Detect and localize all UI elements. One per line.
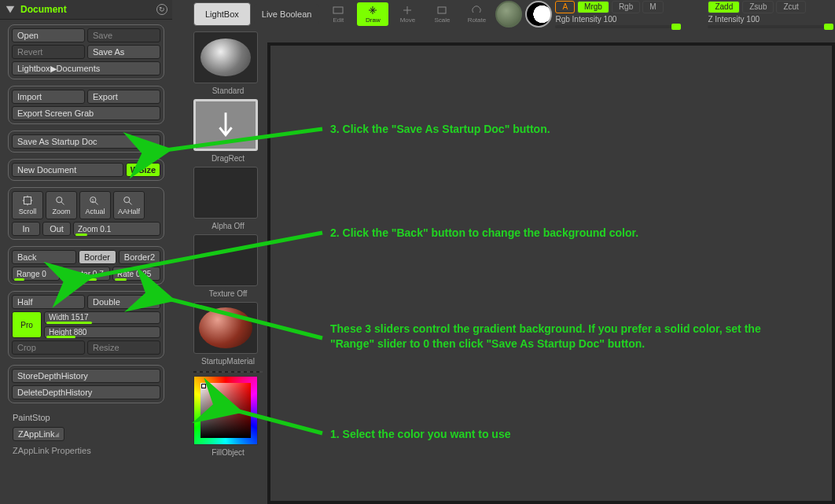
brush-label: Standard	[193, 85, 263, 97]
stroke-label: DragRect	[193, 153, 263, 165]
m-mode[interactable]: M	[642, 1, 663, 13]
svg-line-7	[129, 202, 132, 205]
store-depth-button[interactable]: StoreDepthHistory	[12, 369, 160, 383]
edit-tool[interactable]: Edit	[322, 2, 354, 26]
delete-depth-button[interactable]: DeleteDepthHistory	[12, 385, 160, 399]
rgb-intensity-slider[interactable]: Rgb Intensity 100	[555, 15, 681, 28]
width-label: Width 1517	[49, 313, 89, 322]
a-mode[interactable]: A	[555, 1, 575, 13]
draw-tool[interactable]: Draw	[357, 2, 388, 26]
zapplink-button[interactable]: ZAppLink ◢	[13, 427, 64, 441]
border-button[interactable]: Border	[79, 250, 116, 264]
svg-point-6	[124, 197, 130, 203]
zoom-slider[interactable]: Zoom 0.1	[73, 222, 160, 236]
zapplink-props-heading[interactable]: ZAppLink Properties	[0, 443, 172, 458]
collapse-icon[interactable]: ↻	[156, 4, 167, 15]
brush-thumb[interactable]	[193, 31, 258, 83]
rail-separator	[193, 371, 263, 373]
svg-rect-8	[333, 7, 343, 13]
svg-line-2	[61, 202, 64, 205]
zcut-mode[interactable]: Zcut	[776, 1, 805, 13]
depth-group: StoreDepthHistory DeleteDepthHistory	[8, 365, 164, 403]
app-icon	[5, 4, 16, 15]
rgb-mode[interactable]: Rgb	[612, 1, 640, 13]
aahalf-label: AAHalf	[118, 208, 140, 215]
import-button[interactable]: Import	[12, 90, 85, 104]
pro-swatch[interactable]: Pro	[12, 311, 42, 338]
save-as-startup-doc-button[interactable]: Save As Startup Doc	[12, 134, 160, 149]
actual-button[interactable]: 1 Actual	[79, 191, 111, 219]
aahalf-button[interactable]: AAHalf	[113, 191, 145, 219]
stroke-thumb[interactable]	[193, 99, 258, 151]
material-thumb[interactable]	[193, 302, 258, 354]
rate-slider[interactable]: Rate 0.25	[112, 267, 160, 281]
new-document-button[interactable]: New Document	[12, 163, 123, 177]
height-slider[interactable]: Height 880	[44, 326, 160, 339]
range-label: Range 0	[17, 270, 46, 278]
move-label: Move	[400, 17, 416, 24]
move-tool[interactable]: Move	[392, 2, 423, 26]
save-as-button[interactable]: Save As	[87, 45, 160, 59]
svg-point-1	[57, 197, 62, 203]
alpha-label: Alpha Off	[193, 220, 263, 233]
wsize-toggle[interactable]: WSize	[126, 163, 160, 177]
z-intensity-label: Z Intensity 100	[708, 15, 833, 24]
center-label: Center 0.7	[67, 270, 104, 278]
document-canvas[interactable]	[267, 42, 835, 504]
export-screen-grab-button[interactable]: Export Screen Grab	[12, 106, 160, 120]
lightbox-documents-button[interactable]: Lightbox▶Documents	[12, 61, 160, 75]
center-slider[interactable]: Center 0.7	[62, 267, 110, 281]
width-slider[interactable]: Width 1517	[44, 311, 160, 324]
fillobject-label[interactable]: FillObject	[193, 447, 263, 459]
resize-button[interactable]: Resize	[87, 340, 160, 355]
lightbox-button[interactable]: LightBox	[193, 2, 251, 26]
scale-tool[interactable]: Scale	[426, 2, 458, 26]
zoom-slider-label: Zoom 0.1	[78, 225, 111, 234]
double-button[interactable]: Double	[87, 295, 160, 309]
save-button[interactable]: Save	[87, 28, 160, 42]
out-button[interactable]: Out	[42, 222, 71, 236]
export-button[interactable]: Export	[87, 90, 160, 104]
top-toolbar: LightBox Live Boolean Edit Draw Move Sca…	[193, 0, 835, 28]
svg-rect-0	[24, 197, 31, 204]
rotate-label: Rotate	[468, 17, 487, 24]
material-label: StartupMaterial	[193, 355, 263, 368]
dims-group: Half Double Pro Width 1517 Height 880 Cr…	[8, 291, 164, 359]
edit-label: Edit	[333, 17, 344, 24]
file-group: Open Save Revert Save As Lightbox▶Docume…	[8, 24, 164, 79]
pro-label: Pro	[20, 321, 33, 329]
range-slider[interactable]: Range 0	[12, 267, 60, 281]
newdoc-group: New Document WSize	[8, 159, 164, 181]
z-intensity-slider[interactable]: Z Intensity 100	[708, 15, 833, 28]
scale-label: Scale	[434, 17, 450, 24]
half-button[interactable]: Half	[12, 295, 85, 309]
in-button[interactable]: In	[12, 222, 40, 236]
border2-button[interactable]: Border2	[119, 250, 160, 264]
svg-text:1: 1	[92, 198, 94, 203]
scroll-button[interactable]: Scroll	[12, 191, 43, 219]
mask-preview-icon[interactable]	[525, 1, 552, 28]
sphere-preview-icon[interactable]	[495, 1, 522, 28]
zoom-button[interactable]: Zoom	[46, 191, 77, 219]
crop-button[interactable]: Crop	[12, 340, 85, 355]
draw-label: Draw	[366, 17, 381, 24]
import-group: Import Export Export Screen Grab	[8, 86, 164, 124]
back-button[interactable]: Back	[12, 250, 76, 264]
revert-button[interactable]: Revert	[12, 45, 85, 59]
open-button[interactable]: Open	[12, 28, 85, 42]
rate-label: Rate 0.25	[117, 270, 151, 278]
rotate-tool[interactable]: Rotate	[461, 2, 492, 26]
color-picker[interactable]	[193, 376, 258, 445]
texture-thumb[interactable]	[193, 234, 258, 286]
back-group: Back Border Border2 Range 0 Center 0.7 R…	[8, 246, 164, 285]
paintstop-heading[interactable]: PaintStop	[0, 410, 172, 425]
svg-rect-9	[438, 7, 446, 13]
document-panel: Open Save Revert Save As Lightbox▶Docume…	[0, 20, 172, 504]
mrgb-mode[interactable]: Mrgb	[577, 1, 609, 13]
zadd-mode[interactable]: Zadd	[708, 1, 740, 13]
live-boolean-button[interactable]: Live Boolean	[254, 4, 320, 24]
alpha-thumb[interactable]	[193, 167, 258, 219]
panel-title: Document	[20, 4, 156, 15]
svg-line-4	[95, 202, 98, 205]
zsub-mode[interactable]: Zsub	[742, 1, 774, 13]
